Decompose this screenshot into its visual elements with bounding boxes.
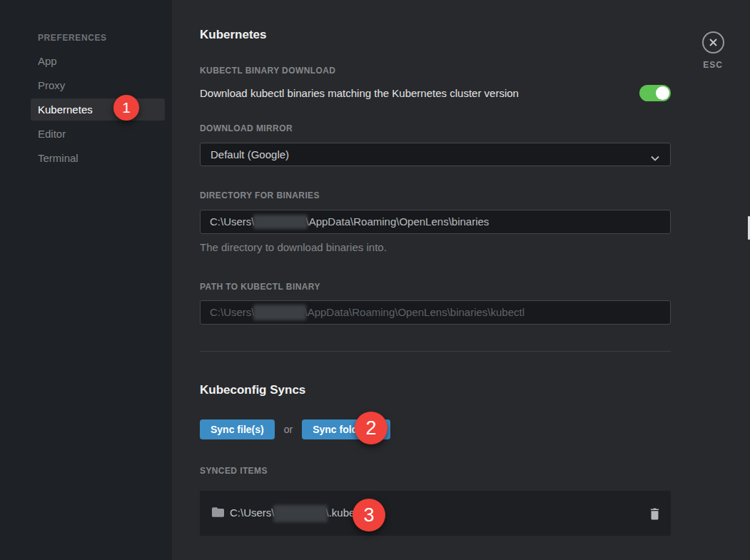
close-control: ESC: [699, 31, 726, 70]
sidebar-nav-list: App Proxy Kubernetes Editor Terminal: [0, 50, 172, 169]
kubectl-download-toggle-label: Download kubectl binaries matching the K…: [200, 87, 519, 99]
page-title: Kubernetes: [200, 27, 671, 43]
annotation-badge-3: 3: [353, 499, 385, 531]
delete-synced-item-button[interactable]: [649, 507, 660, 520]
directory-for-binaries-hint: The directory to download binaries into.: [200, 241, 671, 253]
section-divider: [200, 351, 671, 352]
sidebar-item-editor[interactable]: Editor: [31, 123, 165, 145]
or-text: or: [284, 424, 293, 435]
toggle-knob: [656, 86, 669, 100]
sidebar-item-app[interactable]: App: [31, 50, 165, 72]
kubectl-binary-download-label: KUBECTL BINARY DOWNLOAD: [200, 66, 671, 76]
directory-for-binaries-input[interactable]: C:\Users\\AppData\Roaming\OpenLens\binar…: [200, 210, 671, 234]
annotation-badge-2: 2: [355, 412, 387, 444]
download-mirror-selected-value: Default (Google): [211, 148, 289, 161]
sync-files-button[interactable]: Sync file(s): [200, 419, 275, 439]
path-suffix: \AppData\Roaming\OpenLens\binaries: [306, 215, 490, 228]
path-prefix: C:\Users\: [210, 215, 255, 228]
path-suffix: \AppData\Roaming\OpenLens\binaries\kubec…: [305, 306, 525, 318]
preferences-sidebar: PREFERENCES App Proxy Kubernetes Editor …: [0, 0, 172, 560]
path-to-kubectl-input[interactable]: C:\Users\\AppData\Roaming\OpenLens\binar…: [200, 300, 671, 325]
preferences-main: Kubernetes KUBECTL BINARY DOWNLOAD Downl…: [172, 0, 750, 560]
sidebar-item-terminal[interactable]: Terminal: [31, 147, 165, 169]
path-to-kubectl-label: PATH TO KUBECTL BINARY: [200, 282, 671, 292]
annotation-badge-1: 1: [113, 95, 139, 121]
close-icon: [709, 38, 718, 47]
chevron-down-icon: [649, 149, 661, 171]
redacted-username: [253, 215, 308, 229]
preferences-dialog: PREFERENCES App Proxy Kubernetes Editor …: [0, 0, 750, 560]
esc-label: ESC: [699, 60, 726, 70]
directory-for-binaries-label: DIRECTORY FOR BINARIES: [200, 190, 671, 200]
close-button[interactable]: [702, 31, 724, 54]
kubectl-download-toggle-row: Download kubectl binaries matching the K…: [200, 85, 671, 101]
kubeconfig-syncs-title: Kubeconfig Syncs: [200, 382, 671, 398]
synced-items-label: SYNCED ITEMS: [200, 466, 671, 476]
synced-item-row: C:\Users\\.kube: [200, 491, 671, 536]
path-prefix: C:\Users\: [230, 506, 275, 518]
redacted-username: [273, 505, 328, 522]
download-mirror-label: DOWNLOAD MIRROR: [200, 123, 671, 133]
folder-icon: [212, 507, 224, 520]
download-mirror-select[interactable]: Default (Google): [200, 143, 671, 166]
synced-item-path: C:\Users\\.kube: [230, 505, 355, 522]
sidebar-item-proxy[interactable]: Proxy: [31, 74, 165, 96]
path-suffix: \.kube: [326, 506, 355, 518]
redacted-username: [253, 305, 306, 320]
kubectl-download-toggle[interactable]: [639, 85, 671, 101]
path-prefix: C:\Users\: [210, 306, 255, 318]
sync-buttons-row: Sync file(s) or Sync folder(s): [200, 419, 671, 439]
sidebar-nav: PREFERENCES App Proxy Kubernetes Editor …: [0, 0, 172, 169]
sidebar-header: PREFERENCES: [38, 33, 172, 43]
sidebar-item-kubernetes[interactable]: Kubernetes: [31, 98, 165, 121]
